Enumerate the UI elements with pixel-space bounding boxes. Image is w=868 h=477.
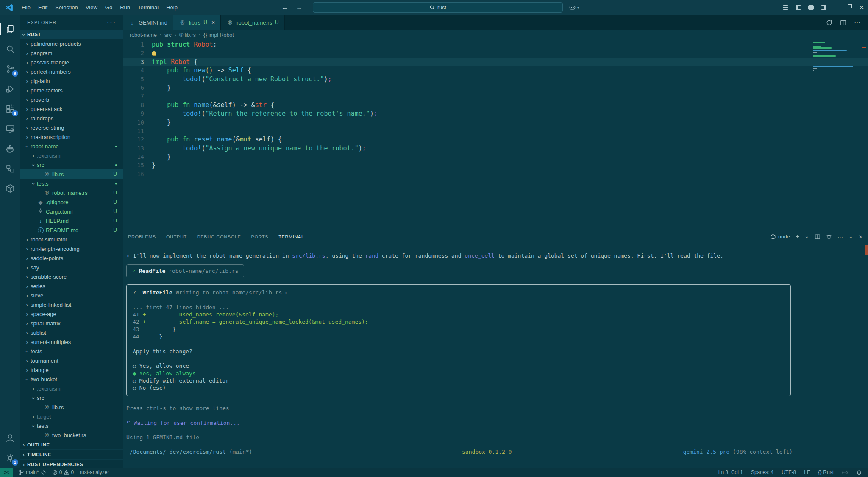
tree-folder-two-bucket[interactable]: ›two-bucket	[20, 374, 123, 384]
menu-terminal[interactable]: Terminal	[134, 0, 162, 15]
activity-accounts[interactable]	[0, 428, 20, 448]
tree-folder-say[interactable]: ›say	[20, 263, 123, 272]
tab-robot-name-rs[interactable]: ®robot_name.rsU	[221, 15, 285, 30]
tree-folder-tournament[interactable]: ›tournament	[20, 356, 123, 365]
breadcrumb-item[interactable]: src	[164, 32, 172, 38]
panel-tab-output[interactable]: OUTPUT	[166, 231, 187, 243]
forward-arrow-button[interactable]: →	[296, 4, 303, 11]
tree-folder-rna-transcription[interactable]: ›rna-transcription	[20, 132, 123, 141]
tree-folder-triangle[interactable]: ›triangle	[20, 365, 123, 374]
terminal-content[interactable]: ✦ I'll now implement the robot name gene…	[126, 243, 865, 468]
activity-extensions[interactable]: 8	[0, 99, 20, 119]
terminal-scrollbar-thumb[interactable]	[865, 245, 868, 255]
problems-button[interactable]: 0 0	[52, 469, 74, 475]
tab-gemini-md[interactable]: ↓GEMINI.md	[123, 15, 173, 30]
tree-file-help-md[interactable]: ↓HELP.mdU	[20, 216, 123, 225]
split-editor-icon[interactable]	[840, 19, 846, 26]
rust-analyzer-status[interactable]: rust-analyzer	[80, 469, 109, 475]
views-more-actions-button[interactable]: ···	[107, 19, 116, 26]
dialog-option-yes-allow-once[interactable]: ○ Yes, allow once	[133, 362, 785, 369]
toggle-secondary-sidebar-button[interactable]	[817, 0, 830, 15]
activity-run-and-debug[interactable]	[0, 79, 20, 99]
back-arrow-button[interactable]: ←	[281, 4, 288, 11]
language-mode-button[interactable]: {} Rust	[818, 469, 834, 475]
tab-lib-rs[interactable]: ®lib.rsU×	[173, 15, 221, 30]
tree-folder-palindrome-products[interactable]: ›palindrome-products	[20, 39, 123, 48]
panel-tab-debug-console[interactable]: DEBUG CONSOLE	[197, 231, 241, 243]
workspace-section-header[interactable]: › RUST	[20, 30, 123, 39]
tree-folder-reverse-string[interactable]: ›reverse-string	[20, 123, 123, 132]
section-outline[interactable]: ›OUTLINE	[20, 440, 123, 449]
restore-button[interactable]	[843, 0, 855, 15]
tree-folder-saddle-points[interactable]: ›saddle-points	[20, 253, 123, 263]
indentation-button[interactable]: Spaces: 4	[751, 469, 773, 475]
tree-folder-space-age[interactable]: ›space-age	[20, 309, 123, 319]
panel-more-actions-button[interactable]: ⋯	[837, 234, 843, 240]
cursor-position-button[interactable]: Ln 3, Col 1	[718, 469, 743, 475]
tree-folder-prime-factors[interactable]: ›prime-factors	[20, 86, 123, 95]
eol-button[interactable]: LF	[804, 469, 810, 475]
terminal-instance[interactable]: node	[770, 234, 790, 240]
tree-folder-pascals-triangle[interactable]: ›pascals-triangle	[20, 58, 123, 67]
tree-folder-robot-name[interactable]: ›robot-name●	[20, 141, 123, 151]
toggle-panel-button[interactable]	[804, 0, 817, 15]
compare-changes-icon[interactable]	[826, 19, 832, 26]
tree-folder-run-length-encoding[interactable]: ›run-length-encoding	[20, 244, 123, 253]
tree-folder--exercism[interactable]: ›.exercism	[20, 151, 123, 160]
activity-containers[interactable]	[0, 158, 20, 178]
menu-view[interactable]: View	[82, 0, 101, 15]
tree-file-lib-rs[interactable]: ®lib.rsU	[20, 169, 123, 179]
tree-folder-target[interactable]: ›target	[20, 412, 123, 421]
breadcrumb-item[interactable]: ® lib.rs	[179, 32, 196, 38]
command-center-search[interactable]: rust	[313, 2, 563, 13]
dialog-option-yes-allow-always[interactable]: ● Yes, allow always	[133, 370, 785, 377]
activity-search[interactable]	[0, 39, 20, 59]
menu-run[interactable]: Run	[116, 0, 134, 15]
editor-more-actions-icon[interactable]: ⋯	[854, 19, 860, 26]
breadcrumb-item[interactable]: robot-name	[130, 32, 157, 38]
code-editor[interactable]: 1pub struct Robot;23impl Robot {4 pub fn…	[123, 40, 868, 230]
tree-folder-perfect-numbers[interactable]: ›perfect-numbers	[20, 67, 123, 76]
git-branch-button[interactable]: main*	[19, 469, 46, 475]
activity-remote-explorer[interactable]	[0, 119, 20, 139]
copilot-menu-button[interactable]: ▾	[569, 0, 579, 15]
tree-file-two-bucket-rs[interactable]: ®two_bucket.rs	[20, 430, 123, 440]
tree-file--gitignore[interactable]: ◆.gitignoreU	[20, 197, 123, 207]
tree-folder-queen-attack[interactable]: ›queen-attack	[20, 104, 123, 114]
activity-source-control[interactable]: 6	[0, 59, 20, 79]
tree-folder-src[interactable]: ›src	[20, 393, 123, 402]
menu-go[interactable]: Go	[101, 0, 116, 15]
maximize-panel-button[interactable]: ›	[847, 235, 854, 239]
tree-file-lib-rs[interactable]: ®lib.rs	[20, 402, 123, 412]
tree-folder-robot-simulator[interactable]: ›robot-simulator	[20, 235, 123, 244]
menu-file[interactable]: File	[18, 0, 34, 15]
encoding-button[interactable]: UTF-8	[782, 469, 796, 475]
panel-tab-ports[interactable]: PORTS	[251, 231, 269, 243]
close-panel-button[interactable]: ✕	[858, 234, 863, 240]
notifications-bell-icon[interactable]	[856, 469, 862, 475]
toggle-sidebar-button[interactable]	[792, 0, 804, 15]
tree-folder-spiral-matrix[interactable]: ›spiral-matrix	[20, 319, 123, 328]
activity-explorer[interactable]	[0, 19, 20, 39]
dialog-option-no-esc-[interactable]: ○ No (esc)	[133, 384, 785, 391]
new-terminal-button[interactable]: +	[796, 233, 799, 241]
tree-file-cargo-toml[interactable]: Cargo.tomlU	[20, 207, 123, 216]
tree-folder-sieve[interactable]: ›sieve	[20, 291, 123, 300]
lightbulb-icon[interactable]	[152, 51, 156, 55]
activity-settings[interactable]: 1	[0, 448, 20, 468]
minimize-button[interactable]: –	[830, 0, 843, 15]
close-tab-icon[interactable]: ×	[211, 19, 215, 26]
tree-folder-pangram[interactable]: ›pangram	[20, 48, 123, 58]
dialog-option-modify-with-external-editor[interactable]: ○ Modify with external editor	[133, 377, 785, 384]
tree-folder-sublist[interactable]: ›sublist	[20, 328, 123, 337]
tree-folder-src[interactable]: ›src●	[20, 160, 123, 169]
tree-folder-scrabble-score[interactable]: ›scrabble-score	[20, 272, 123, 281]
activity-docker[interactable]	[0, 139, 20, 158]
tree-folder-series[interactable]: ›series	[20, 281, 123, 291]
section-timeline[interactable]: ›TIMELINE	[20, 449, 123, 459]
activity-package-explorer[interactable]	[0, 178, 20, 198]
split-terminal-button[interactable]	[815, 234, 821, 240]
menu-selection[interactable]: Selection	[51, 0, 81, 15]
tree-folder--exercism[interactable]: ›.exercism	[20, 384, 123, 393]
panel-tab-terminal[interactable]: TERMINAL	[278, 231, 304, 243]
